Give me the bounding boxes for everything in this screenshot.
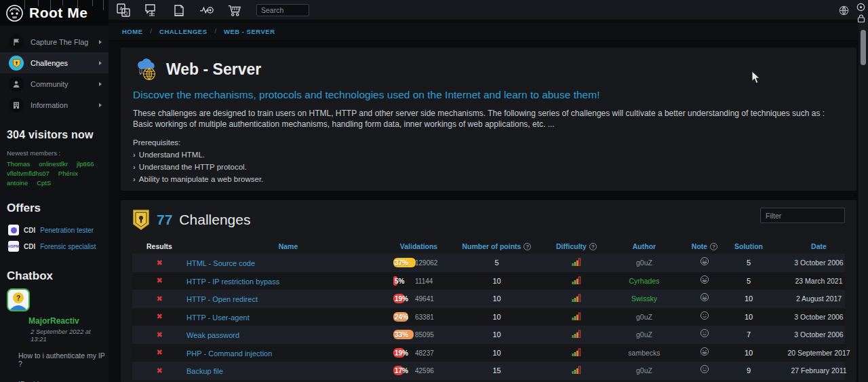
- validations-cell: 19%49641: [390, 290, 448, 308]
- member-link[interactable]: Thomas: [7, 160, 30, 168]
- help-icon[interactable]: ?: [524, 243, 531, 250]
- column-header-date[interactable]: Date: [770, 242, 868, 250]
- member-link[interactable]: vfleltvmfldhs07: [7, 170, 50, 177]
- sidebar-item-label: Challenges: [31, 59, 68, 67]
- not-validated-icon: ✖: [132, 312, 186, 321]
- author-link[interactable]: Cyrhades: [629, 277, 660, 285]
- offer-link[interactable]: Forensic specialist: [40, 243, 96, 250]
- validation-count: 48237: [415, 349, 434, 356]
- challenge-row: ✖PHP - Command injection19%4823710sambec…: [132, 344, 845, 362]
- scrollbar-thumb[interactable]: [861, 30, 866, 65]
- challenge-link[interactable]: HTML - Source code: [186, 259, 255, 267]
- member-link[interactable]: Phénix: [58, 170, 78, 177]
- column-header-name[interactable]: Name: [186, 242, 390, 250]
- date-cell: 3 October 2006: [770, 259, 868, 267]
- note-smiley-icon: [682, 347, 728, 359]
- activity-icon[interactable]: [199, 3, 214, 18]
- sidebar-item-capture-the-flag[interactable]: Capture The Flag: [0, 31, 108, 52]
- svg-text:A: A: [119, 5, 123, 10]
- author-link[interactable]: g0uZ: [636, 330, 652, 339]
- points-cell: 10: [448, 330, 546, 339]
- difficulty-bars-icon: [546, 275, 607, 287]
- reader-mode-icon[interactable]: [856, 2, 865, 14]
- language-globe-icon[interactable]: [839, 5, 849, 18]
- person-icon: [9, 77, 24, 92]
- points-cell: 10: [448, 349, 546, 357]
- lock-icon[interactable]: [856, 14, 866, 26]
- sidebar: Root Me Capture The FlagChallengesCommun…: [0, 0, 108, 382]
- challenge-link[interactable]: Backup file: [186, 367, 223, 375]
- validation-percentage: 24%: [395, 313, 408, 320]
- cart-icon[interactable]: [227, 3, 242, 18]
- note-smiley-icon: [682, 292, 728, 305]
- breadcrumb-separator: /: [214, 28, 216, 35]
- author-link[interactable]: Swissky: [631, 294, 657, 303]
- note-smiley-icon: [682, 364, 728, 377]
- prerequisite-item: ›Understand the HTTP protocol.: [133, 163, 844, 171]
- member-link[interactable]: antoine: [7, 179, 28, 187]
- prerequisite-item: ›Ability to manipulate a web browser.: [133, 175, 844, 183]
- validations-cell: 37%129062: [390, 254, 448, 272]
- challenges-label: Challenges: [179, 212, 250, 228]
- page-title: Web - Server: [166, 60, 261, 79]
- breadcrumb-link[interactable]: WEB - SERVER: [224, 28, 275, 35]
- column-header-note[interactable]: Note?: [682, 242, 728, 250]
- search-input[interactable]: [256, 4, 309, 16]
- author-link[interactable]: g0uZ: [636, 366, 652, 375]
- chevron-right-icon: [99, 61, 102, 65]
- challenge-link[interactable]: HTTP - Open redirect: [186, 295, 258, 303]
- challenge-link[interactable]: HTTP - User-agent: [186, 313, 250, 322]
- date-cell: 3 October 2006: [770, 313, 868, 321]
- dictionary-icon[interactable]: A Q: [116, 3, 131, 18]
- challenge-link[interactable]: Weak password: [186, 331, 239, 339]
- sidebar-item-challenges[interactable]: Challenges: [0, 52, 108, 73]
- difficulty-bars-icon: [546, 328, 607, 341]
- docs-icon[interactable]: [172, 3, 186, 18]
- difficulty-bars-icon: [546, 292, 607, 305]
- help-icon[interactable]: ?: [589, 243, 597, 250]
- chatbox: ? MajorReactiv 2 September 2022 at 13:21…: [0, 288, 108, 382]
- challenge-row: ✖HTTP - Open redirect19%4964110Swissky10…: [132, 290, 845, 308]
- validation-count: 63381: [415, 313, 434, 320]
- forum-icon[interactable]: [144, 3, 159, 18]
- offer-contract-type: CDI: [24, 227, 35, 234]
- scrollbar-track[interactable]: [859, 0, 868, 382]
- column-header-validations[interactable]: Validations: [390, 242, 448, 250]
- avatar[interactable]: ?: [7, 288, 30, 311]
- not-validated-icon: ✖: [132, 276, 186, 285]
- not-validated-icon: ✖: [132, 366, 186, 375]
- challenges-panel: 77 Challenges ResultsNameValidationsNumb…: [121, 200, 856, 382]
- chevron-bullet-icon: ›: [133, 175, 136, 183]
- building-icon: [9, 98, 24, 113]
- validation-count: 42596: [415, 367, 434, 375]
- newest-members-list: Thomasonlinestlkrjlp866vfleltvmfldhs07Ph…: [7, 160, 102, 187]
- filter-input[interactable]: [760, 208, 845, 223]
- member-link[interactable]: onlinestlkr: [39, 160, 68, 168]
- sidebar-item-community[interactable]: Community: [0, 73, 108, 94]
- offer-link[interactable]: Penetration tester: [40, 227, 94, 234]
- challenge-row: ✖HTML - Source code37%1290625g0uZ53 Octo…: [132, 254, 845, 272]
- solution-count-cell: 10: [728, 349, 770, 357]
- chatbox-title: Chatbox: [7, 269, 108, 283]
- sidebar-item-information[interactable]: Information: [0, 94, 108, 115]
- column-header-number-of-points[interactable]: Number of points?: [448, 242, 546, 250]
- column-header-author[interactable]: Author: [607, 242, 682, 250]
- web-server-cloud-globe-icon: [133, 58, 159, 81]
- chat-username-link[interactable]: MajorReactiv: [28, 316, 108, 326]
- member-link[interactable]: jlp866: [77, 160, 94, 168]
- help-icon[interactable]: ?: [710, 243, 717, 250]
- logo[interactable]: Root Me: [0, 0, 108, 26]
- member-link[interactable]: CptS: [37, 179, 51, 187]
- breadcrumb-link[interactable]: HOME: [122, 28, 143, 35]
- breadcrumb-link[interactable]: CHALLENGES: [159, 28, 207, 35]
- author-link[interactable]: g0uZ: [636, 313, 652, 321]
- validations-cell: 19%48237: [390, 344, 448, 362]
- author-link[interactable]: g0uZ: [636, 259, 652, 267]
- challenge-link[interactable]: HTTP - IP restriction bypass: [186, 278, 279, 286]
- author-link[interactable]: sambecks: [628, 349, 660, 357]
- challenge-link[interactable]: PHP - Command injection: [186, 349, 272, 358]
- offer-item[interactable]: HSPMCDIForensic specialist: [0, 238, 108, 254]
- column-header-solution[interactable]: Solution: [728, 242, 770, 250]
- offer-item[interactable]: CDIPenetration tester: [0, 222, 108, 238]
- column-header-difficulty[interactable]: Difficulty?: [546, 242, 607, 250]
